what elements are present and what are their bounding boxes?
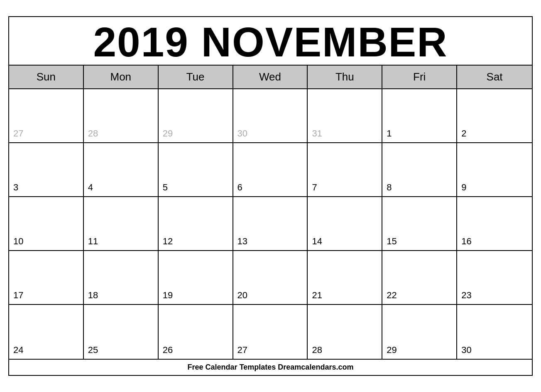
date-number: 8 bbox=[387, 182, 392, 193]
date-number: 28 bbox=[88, 128, 98, 139]
date-number: 9 bbox=[461, 182, 466, 193]
calendar-cell: 14 bbox=[308, 197, 382, 251]
calendar-cell: 3 bbox=[9, 143, 84, 197]
calendar-cell: 17 bbox=[9, 251, 84, 305]
day-header-mon: Mon bbox=[84, 66, 159, 88]
calendar-footer: Free Calendar Templates Dreamcalendars.c… bbox=[9, 359, 532, 375]
calendar-cell: 8 bbox=[382, 143, 457, 197]
date-number: 10 bbox=[13, 236, 23, 247]
calendar-cell: 22 bbox=[382, 251, 457, 305]
calendar-cell: 16 bbox=[457, 197, 532, 251]
date-number: 15 bbox=[387, 236, 397, 247]
calendar-cell: 7 bbox=[308, 143, 382, 197]
day-header-fri: Fri bbox=[382, 66, 457, 88]
date-number: 1 bbox=[387, 128, 392, 139]
calendar-cell: 13 bbox=[233, 197, 308, 251]
date-number: 20 bbox=[237, 290, 247, 301]
date-number: 5 bbox=[163, 182, 168, 193]
date-number: 21 bbox=[312, 290, 322, 301]
calendar-cell: 28 bbox=[84, 89, 159, 143]
date-number: 19 bbox=[163, 290, 173, 301]
date-number: 7 bbox=[312, 182, 317, 193]
date-number: 3 bbox=[13, 182, 18, 193]
day-header-thu: Thu bbox=[308, 66, 382, 88]
day-header-wed: Wed bbox=[233, 66, 308, 88]
calendar-container: 2019 NOVEMBER SunMonTueWedThuFriSat 2728… bbox=[8, 16, 533, 376]
day-header-sat: Sat bbox=[457, 66, 532, 88]
calendar-cell: 15 bbox=[382, 197, 457, 251]
date-number: 24 bbox=[13, 345, 23, 355]
calendar-cell: 11 bbox=[84, 197, 159, 251]
calendar-cell: 1 bbox=[382, 89, 457, 143]
calendar-cell: 28 bbox=[308, 305, 382, 359]
calendar-cell: 6 bbox=[233, 143, 308, 197]
date-number: 11 bbox=[88, 236, 98, 247]
calendar-cell: 10 bbox=[9, 197, 84, 251]
calendar-grid: 2728293031123456789101112131415161718192… bbox=[9, 89, 532, 359]
calendar-cell: 24 bbox=[9, 305, 84, 359]
calendar-cell: 29 bbox=[382, 305, 457, 359]
calendar-cell: 21 bbox=[308, 251, 382, 305]
calendar-cell: 25 bbox=[84, 305, 159, 359]
calendar-cell: 20 bbox=[233, 251, 308, 305]
day-header-sun: Sun bbox=[9, 66, 84, 88]
date-number: 14 bbox=[312, 236, 322, 247]
calendar-cell: 26 bbox=[159, 305, 233, 359]
calendar-cell: 12 bbox=[159, 197, 233, 251]
days-header: SunMonTueWedThuFriSat bbox=[9, 66, 532, 89]
calendar-cell: 5 bbox=[159, 143, 233, 197]
calendar-cell: 30 bbox=[233, 89, 308, 143]
date-number: 17 bbox=[13, 290, 23, 301]
calendar-cell: 9 bbox=[457, 143, 532, 197]
day-header-tue: Tue bbox=[159, 66, 233, 88]
calendar-cell: 31 bbox=[308, 89, 382, 143]
calendar-cell: 18 bbox=[84, 251, 159, 305]
date-number: 30 bbox=[237, 128, 247, 139]
date-number: 31 bbox=[312, 128, 322, 139]
date-number: 29 bbox=[163, 128, 173, 139]
calendar-cell: 2 bbox=[457, 89, 532, 143]
calendar-cell: 19 bbox=[159, 251, 233, 305]
date-number: 4 bbox=[88, 182, 93, 193]
date-number: 29 bbox=[387, 345, 397, 355]
calendar-cell: 23 bbox=[457, 251, 532, 305]
date-number: 23 bbox=[461, 290, 471, 301]
calendar-header: 2019 NOVEMBER bbox=[9, 17, 532, 66]
calendar-cell: 27 bbox=[9, 89, 84, 143]
date-number: 16 bbox=[461, 236, 471, 247]
date-number: 25 bbox=[88, 345, 98, 355]
calendar-cell: 30 bbox=[457, 305, 532, 359]
date-number: 28 bbox=[312, 345, 322, 355]
date-number: 2 bbox=[461, 128, 466, 139]
date-number: 26 bbox=[163, 345, 173, 355]
date-number: 27 bbox=[13, 128, 23, 139]
date-number: 27 bbox=[237, 345, 247, 355]
date-number: 12 bbox=[163, 236, 173, 247]
calendar-cell: 4 bbox=[84, 143, 159, 197]
calendar-title: 2019 NOVEMBER bbox=[9, 21, 532, 63]
date-number: 18 bbox=[88, 290, 98, 301]
date-number: 30 bbox=[461, 345, 471, 355]
calendar-cell: 27 bbox=[233, 305, 308, 359]
date-number: 22 bbox=[387, 290, 397, 301]
date-number: 13 bbox=[237, 236, 247, 247]
calendar-cell: 29 bbox=[159, 89, 233, 143]
date-number: 6 bbox=[237, 182, 242, 193]
